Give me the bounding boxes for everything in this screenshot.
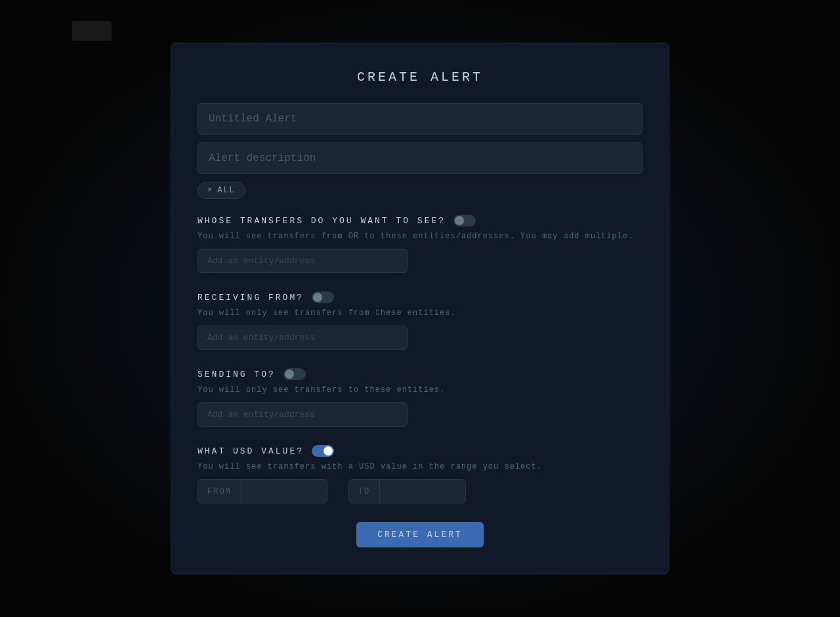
- receiving-from-section: RECEIVING FROM? You will only see transf…: [198, 291, 642, 350]
- alert-title-input[interactable]: [198, 103, 642, 135]
- sending-to-input[interactable]: [198, 402, 408, 427]
- sending-to-toggle[interactable]: [284, 368, 306, 380]
- receiving-from-toggle[interactable]: [312, 291, 334, 303]
- receiving-from-header: RECEIVING FROM?: [198, 291, 642, 303]
- alert-description-input[interactable]: [198, 142, 642, 174]
- usd-value-thumb: [324, 446, 333, 456]
- whose-transfers-title: WHOSE TRANSFERS DO YOU WANT TO SEE?: [198, 216, 446, 226]
- whose-transfers-track: [453, 215, 476, 226]
- modal-title: CREATE ALERT: [198, 70, 642, 85]
- receiving-from-title: RECEIVING FROM?: [198, 293, 304, 303]
- receiving-from-thumb: [313, 293, 322, 302]
- usd-value-section: WHAT USD VALUE? You will see transfers w…: [198, 445, 642, 503]
- sending-to-track: [284, 368, 306, 380]
- receiving-from-desc: You will only see transfers from these e…: [198, 308, 642, 318]
- usd-to-wrap: TO: [348, 479, 466, 503]
- logo-area: [72, 21, 112, 41]
- whose-transfers-input[interactable]: [198, 249, 408, 273]
- create-alert-button[interactable]: CREATE ALERT: [356, 522, 484, 547]
- usd-from-input[interactable]: [242, 480, 327, 503]
- logo-box: [72, 21, 112, 41]
- all-tag[interactable]: × ALL: [198, 182, 245, 199]
- whose-transfers-section: WHOSE TRANSFERS DO YOU WANT TO SEE? You …: [198, 215, 642, 273]
- usd-value-title: WHAT USD VALUE?: [198, 446, 304, 456]
- tag-close-icon: ×: [207, 186, 213, 195]
- sending-to-title: SENDING TO?: [198, 370, 276, 379]
- create-alert-modal: CREATE ALERT × ALL WHOSE TRANSFERS DO YO…: [171, 43, 669, 574]
- receiving-from-input[interactable]: [198, 326, 408, 350]
- sending-to-header: SENDING TO?: [198, 368, 642, 380]
- usd-to-input[interactable]: [380, 480, 465, 503]
- whose-transfers-toggle[interactable]: [453, 215, 476, 226]
- sending-to-thumb: [285, 370, 294, 379]
- usd-from-label: FROM: [198, 480, 242, 503]
- usd-from-wrap: FROM: [198, 479, 327, 503]
- usd-range-row: FROM TO: [198, 479, 642, 503]
- usd-value-toggle[interactable]: [312, 445, 334, 457]
- usd-to-label: TO: [349, 480, 380, 503]
- usd-value-header: WHAT USD VALUE?: [198, 445, 642, 457]
- sending-to-section: SENDING TO? You will only see transfers …: [198, 368, 642, 427]
- tag-label: ALL: [217, 186, 236, 195]
- receiving-from-track: [312, 291, 334, 303]
- whose-transfers-desc: You will see transfers from OR to these …: [198, 232, 642, 241]
- whose-transfers-header: WHOSE TRANSFERS DO YOU WANT TO SEE?: [198, 215, 642, 226]
- whose-transfers-thumb: [455, 216, 464, 225]
- usd-value-desc: You will see transfers with a USD value …: [198, 462, 642, 471]
- sending-to-desc: You will only see transfers to these ent…: [198, 385, 642, 394]
- tag-row: × ALL: [198, 182, 642, 199]
- usd-value-track: [312, 445, 334, 457]
